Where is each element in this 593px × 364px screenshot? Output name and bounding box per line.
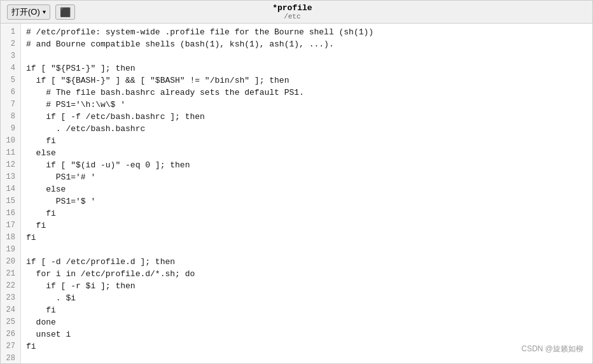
- code-line: if [ "${PS1-}" ]; then: [26, 62, 587, 74]
- titlebar: 打开(O) ▾ ⬛ *profile /etc: [1, 1, 592, 24]
- editor-area[interactable]: 1234567891011121314151617181920212223242…: [1, 24, 592, 363]
- line-number: 21: [4, 268, 15, 280]
- line-number: 23: [4, 292, 15, 304]
- line-number: 5: [4, 74, 15, 87]
- code-line: for i in /etc/profile.d/*.sh; do: [26, 268, 587, 280]
- line-numbers: 1234567891011121314151617181920212223242…: [1, 24, 21, 363]
- code-line: # PS1='\h:\w\$ ': [26, 99, 587, 111]
- line-number: 20: [4, 256, 15, 268]
- line-number: 19: [4, 244, 15, 256]
- save-button[interactable]: ⬛: [55, 4, 75, 20]
- code-line: . /etc/bash.bashrc: [26, 123, 587, 135]
- code-line: . $i: [26, 292, 587, 304]
- code-line: fi: [26, 340, 587, 353]
- titlebar-left: 打开(O) ▾ ⬛: [7, 4, 75, 20]
- code-line: # /etc/profile: system-wide .profile fil…: [26, 26, 587, 38]
- code-content[interactable]: # /etc/profile: system-wide .profile fil…: [21, 24, 592, 363]
- line-number: 3: [4, 50, 15, 62]
- line-number: 15: [4, 195, 15, 207]
- line-number: 18: [4, 232, 15, 244]
- code-line: [26, 353, 587, 363]
- line-number: 11: [4, 147, 15, 159]
- code-line: if [ -r $i ]; then: [26, 280, 587, 292]
- code-container: 1234567891011121314151617181920212223242…: [1, 24, 592, 363]
- code-line: fi: [26, 232, 587, 244]
- line-number: 9: [4, 123, 15, 135]
- title-area: *profile /etc: [272, 3, 312, 20]
- code-line: if [ "${BASH-}" ] && [ "$BASH" != "/bin/…: [26, 74, 587, 87]
- line-number: 24: [4, 304, 15, 316]
- code-line: # and Bourne compatible shells (bash(1),…: [26, 38, 587, 50]
- line-number: 27: [4, 340, 15, 353]
- line-number: 10: [4, 135, 15, 147]
- line-number: 6: [4, 87, 15, 99]
- code-line: else: [26, 183, 587, 195]
- line-number: 12: [4, 159, 15, 171]
- title-main: *profile: [272, 3, 312, 13]
- code-line: else: [26, 147, 587, 159]
- line-number: 14: [4, 183, 15, 195]
- line-number: 1: [4, 26, 15, 38]
- code-line: # The file bash.bashrc already sets the …: [26, 87, 587, 99]
- line-number: 2: [4, 38, 15, 50]
- code-line: fi: [26, 220, 587, 232]
- code-line: if [ -d /etc/profile.d ]; then: [26, 256, 587, 268]
- code-line: unset i: [26, 328, 587, 340]
- main-window: 打开(O) ▾ ⬛ *profile /etc 1234567891011121…: [0, 0, 593, 364]
- save-icon: ⬛: [60, 7, 71, 17]
- code-line: if [ -f /etc/bash.bashrc ]; then: [26, 111, 587, 123]
- open-menu-button[interactable]: 打开(O) ▾: [7, 4, 50, 20]
- code-line: PS1='$ ': [26, 195, 587, 207]
- code-line: [26, 244, 587, 256]
- line-number: 4: [4, 62, 15, 74]
- open-menu-label: 打开(O): [11, 6, 40, 18]
- line-number: 17: [4, 220, 15, 232]
- title-sub: /etc: [272, 13, 312, 20]
- code-line: PS1='# ': [26, 171, 587, 183]
- chevron-down-icon: ▾: [43, 8, 46, 15]
- line-number: 13: [4, 171, 15, 183]
- code-line: done: [26, 316, 587, 328]
- code-line: fi: [26, 207, 587, 220]
- line-number: 28: [4, 353, 15, 363]
- watermark: CSDN @旋籁如柳: [521, 344, 583, 354]
- line-number: 16: [4, 207, 15, 220]
- line-number: 7: [4, 99, 15, 111]
- code-line: fi: [26, 135, 587, 147]
- line-number: 26: [4, 328, 15, 340]
- line-number: 25: [4, 316, 15, 328]
- code-line: fi: [26, 304, 587, 316]
- line-number: 8: [4, 111, 15, 123]
- line-number: 22: [4, 280, 15, 292]
- code-line: [26, 50, 587, 62]
- code-line: if [ "$(id -u)" -eq 0 ]; then: [26, 159, 587, 171]
